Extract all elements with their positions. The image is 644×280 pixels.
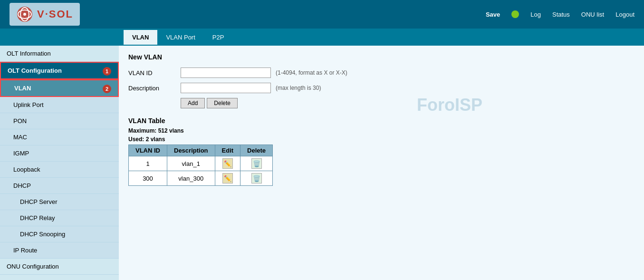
sidebar-item-dhcp[interactable]: DHCP (0, 178, 119, 194)
table-max: Maximum: 512 vlans (128, 127, 634, 134)
page-title: New VLAN (128, 53, 634, 61)
sidebar-item-ip-route[interactable]: IP Route (0, 242, 119, 259)
status-indicator (511, 10, 519, 18)
edit-cell: ✏️ (215, 171, 240, 186)
description-input[interactable] (181, 83, 271, 93)
vlan-id-cell: 300 (129, 171, 167, 186)
logo-area: V·SOL (10, 3, 80, 26)
form-buttons: Add Delete (181, 98, 634, 108)
main-layout: OLT Information OLT Configuration 1 VLAN… (0, 46, 644, 280)
delete-icon: 🗑️ (251, 158, 262, 169)
sidebar: OLT Information OLT Configuration 1 VLAN… (0, 46, 119, 280)
delete-cell: 🗑️ (240, 171, 273, 186)
sidebar-item-loopback[interactable]: Loopback (0, 162, 119, 178)
vlan-badge: 2 (103, 85, 111, 93)
delete-cell: 🗑️ (240, 156, 273, 171)
vlan-id-hint: (1-4094, format as X or X-X) (276, 69, 347, 76)
tab-vlan[interactable]: VLAN (124, 30, 157, 45)
header: V·SOL Save Log Status ONU list Logout (0, 0, 644, 29)
status-link[interactable]: Status (552, 11, 570, 18)
table-row: 300 vlan_300 ✏️ 🗑️ (129, 171, 273, 186)
description-cell: vlan_1 (167, 156, 215, 171)
tab-p2p[interactable]: P2P (204, 30, 233, 45)
sidebar-item-uplink-port[interactable]: Uplink Port (0, 97, 119, 113)
col-header-vlan-id: VLAN ID (129, 145, 167, 156)
edit-icon[interactable]: ✏️ (222, 158, 233, 169)
delete-icon[interactable]: 🗑️ (251, 173, 262, 183)
log-link[interactable]: Log (530, 11, 541, 18)
sidebar-item-profile-config[interactable]: Profile Configuration (0, 275, 119, 280)
table-row: 1 vlan_1 ✏️ 🗑️ (129, 156, 273, 171)
sidebar-item-onu-config[interactable]: ONU Configuration (0, 259, 119, 275)
tab-bar: VLAN VLAN Port P2P (0, 29, 644, 46)
sidebar-item-vlan[interactable]: VLAN 2 (0, 79, 119, 97)
sidebar-item-olt-info[interactable]: OLT Information (0, 46, 119, 62)
vsol-logo-icon (16, 6, 33, 23)
vlan-table: VLAN ID Description Edit Delete 1 vlan_1… (128, 145, 273, 186)
vlan-table-section: VLAN Table Maximum: 512 vlans Used: 2 vl… (128, 117, 634, 186)
sidebar-item-igmp[interactable]: IGMP (0, 145, 119, 162)
vlan-table-title: VLAN Table (128, 117, 634, 125)
logout-link[interactable]: Logout (615, 11, 634, 18)
sidebar-item-dhcp-relay[interactable]: DHCP Relay (0, 210, 119, 226)
description-hint: (max length is 30) (276, 85, 321, 91)
col-header-description: Description (167, 145, 215, 156)
vlan-id-input[interactable] (181, 68, 271, 78)
sidebar-item-pon[interactable]: PON (0, 113, 119, 129)
tab-vlan-port[interactable]: VLAN Port (157, 30, 203, 45)
col-header-delete: Delete (240, 145, 273, 156)
vlan-id-cell: 1 (129, 156, 167, 171)
table-used: Used: 2 vlans (128, 136, 634, 143)
vlan-id-row: VLAN ID (1-4094, format as X or X-X) (128, 68, 634, 78)
col-header-edit: Edit (215, 145, 240, 156)
olt-config-badge: 1 (103, 67, 111, 76)
description-cell: vlan_300 (167, 171, 215, 186)
description-row: Description (max length is 30) (128, 83, 634, 93)
onu-list-link[interactable]: ONU list (581, 11, 604, 18)
header-actions: Save Log Status ONU list Logout (486, 10, 634, 18)
content-area: New VLAN VLAN ID (1-4094, format as X or… (119, 46, 644, 280)
add-button[interactable]: Add (181, 98, 205, 108)
sidebar-item-mac[interactable]: MAC (0, 129, 119, 145)
sidebar-item-olt-config[interactable]: OLT Configuration 1 (0, 62, 119, 79)
delete-form-button[interactable]: Delete (207, 98, 238, 108)
svg-point-3 (23, 13, 26, 16)
vlan-id-label: VLAN ID (128, 69, 176, 77)
sidebar-item-dhcp-snooping[interactable]: DHCP Snooping (0, 226, 119, 242)
edit-cell: ✏️ (215, 156, 240, 171)
save-button[interactable]: Save (486, 11, 500, 18)
sidebar-item-dhcp-server[interactable]: DHCP Server (0, 194, 119, 210)
edit-icon[interactable]: ✏️ (222, 173, 233, 183)
description-label: Description (128, 85, 176, 92)
logo-text: V·SOL (37, 8, 73, 20)
